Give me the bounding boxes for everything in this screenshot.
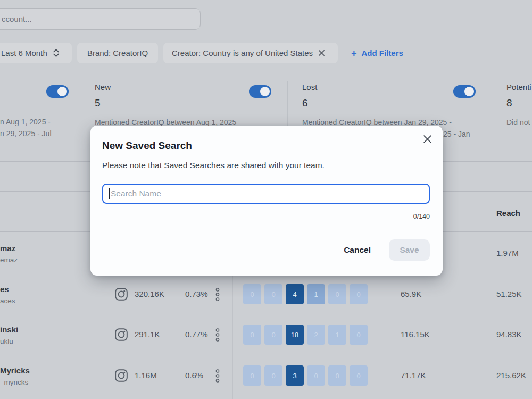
heatmap-cell: 1 [307,284,325,304]
search-name-field-wrap [102,184,430,204]
creator-name: Myricks [0,366,30,375]
table-row: Myricks_myricks1.16M0.6%00300071.17K215.… [0,355,532,396]
creator-handle: aces [0,297,15,305]
dots-vertical-icon[interactable] [215,328,220,342]
card-lost-value: 6 [302,97,308,109]
heatmap-cell: 4 [286,284,304,304]
instagram-icon [114,328,128,342]
mention-heatmap: 004100 [243,284,368,304]
engagement-rate: 0.73% [185,289,208,298]
toggle-card-a[interactable] [46,85,69,98]
toggle-card-new[interactable] [249,85,271,98]
toggle-knob [260,87,270,96]
dots-vertical-icon[interactable] [215,287,220,302]
creator-name: maz [0,244,15,253]
chevron-up-down-icon [53,48,60,57]
followers-count: 1.16M [135,371,157,380]
modal-actions: Cancel Save [344,239,430,261]
card-new-value: 5 [95,97,101,109]
instagram-icon [114,369,128,383]
heatmap-cell: 1 [328,325,346,345]
add-filters-button[interactable]: + Add Filters [351,43,403,63]
followers-count: 320.16K [135,289,164,298]
filter-chip-brand-label: Brand: CreatorIQ [87,48,148,57]
mention-heatmap: 003000 [243,365,368,386]
heatmap-cell: 0 [307,365,325,386]
heatmap-cell: 0 [350,365,368,386]
creator-handle: uklu [0,337,13,345]
heatmap-cell: 0 [243,284,261,304]
instagram-icon [114,287,128,301]
card-new-label: New [95,82,111,92]
remove-filter-icon[interactable] [318,49,325,56]
card-a-desc-line1: n Aug 1, 2025 - [0,118,51,127]
cancel-button[interactable]: Cancel [344,245,371,255]
filter-chip-time[interactable]: Last 6 Month [0,43,72,63]
plus-icon: + [351,48,357,58]
creator-name: inski [0,325,18,334]
filter-chip-creator-label: Creator: Country is any of United States [172,48,313,57]
table-row: esaces320.16K0.73%00410065.9K51.25K [0,274,532,315]
heatmap-cell: 0 [243,365,261,386]
filter-chip-brand[interactable]: Brand: CreatorIQ [77,43,158,63]
creator-handle: _myricks [0,378,28,386]
character-counter: 0/140 [413,213,430,220]
card-potential-desc: Did not [506,118,530,127]
card-lost-label: Lost [302,82,317,92]
search-name-input[interactable] [102,184,430,204]
creator-handle: emaz [0,256,18,264]
save-button[interactable]: Save [389,239,430,261]
card-divider [491,81,491,151]
heatmap-cell: 0 [328,365,346,386]
heatmap-cell: 3 [286,365,304,386]
heatmap-cell: 2 [307,325,325,345]
reach-value: 51.25K [496,289,522,298]
reach-value: 1.97M [496,248,519,257]
followers-count: 291.1K [135,330,160,339]
card-lost-desc-wrap: 25 - Jan [443,130,470,139]
toggle-knob [464,87,474,96]
mention-heatmap: 0018210 [243,325,368,345]
dots-vertical-icon[interactable] [215,369,220,383]
metric-value: 65.9K [401,289,421,298]
card-divider [84,81,84,151]
card-potential-label: Potenti [506,82,531,92]
reach-value: 215.62K [496,371,526,380]
heatmap-cell: 0 [350,325,368,345]
heatmap-cell: 0 [264,325,282,345]
heatmap-cell: 0 [350,284,368,304]
reach-value: 94.83K [496,330,522,339]
heatmap-cell: 0 [264,284,282,304]
card-potential-value: 8 [506,97,512,109]
engagement-rate: 0.77% [185,330,208,339]
toggle-card-lost[interactable] [453,85,476,98]
heatmap-cell: 18 [286,325,304,345]
toggle-knob [57,87,67,96]
modal-note: Please note that Saved Searches are shar… [102,161,325,170]
heatmap-cell: 0 [264,365,282,386]
metric-value: 116.15K [401,330,430,339]
creator-name: es [0,285,9,294]
new-saved-search-modal: New Saved Search Please note that Saved … [90,126,443,276]
account-search-input[interactable] [0,8,201,30]
influencer-dashboard-page: Last 6 Month Brand: CreatorIQ Creator: C… [0,0,532,399]
add-filters-label: Add Filters [362,48,403,57]
reach-column-header[interactable]: Reach [496,209,520,218]
close-icon[interactable] [421,132,434,145]
filter-chip-creator[interactable]: Creator: Country is any of United States [163,43,338,63]
filter-chip-time-label: Last 6 Month [1,48,47,57]
card-a-desc-line2: n 29, 2025 - Jul [0,129,52,138]
table-row: inskiuklu291.1K0.77%0018210116.15K94.83K [0,314,532,355]
heatmap-cell: 0 [243,325,261,345]
heatmap-cell: 0 [328,284,346,304]
modal-title: New Saved Search [102,140,192,152]
text-caret [109,188,110,199]
metric-value: 71.17K [401,371,426,380]
engagement-rate: 0.6% [185,371,203,380]
